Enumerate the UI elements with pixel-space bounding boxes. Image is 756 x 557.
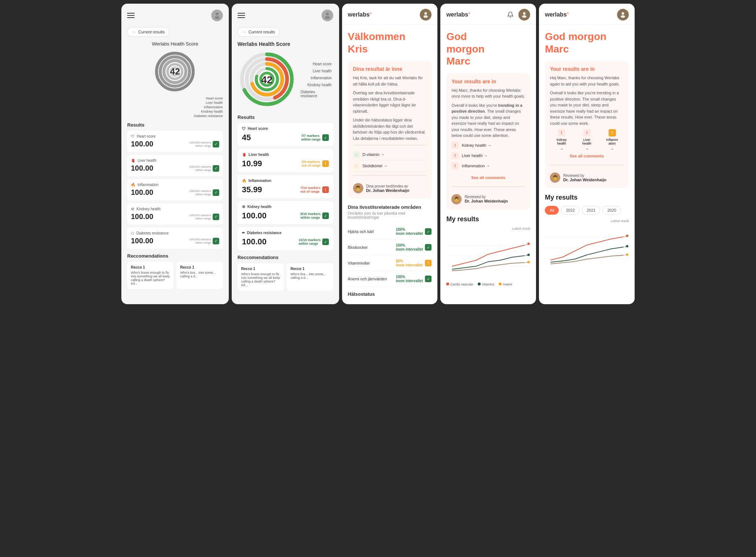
svg-point-37 — [622, 12, 624, 15]
tab-2021[interactable]: 2021 — [582, 206, 600, 215]
kidney-icon-s2: ⚙ — [242, 205, 245, 209]
current-results-btn-s2[interactable]: → Current results — [238, 27, 280, 37]
metric-liver-s1: 🫀 Liver health 100.00 100/100 markerswit… — [127, 155, 223, 176]
screen-3: werlabs® VälkommenKris Dina resultat är … — [342, 4, 438, 304]
warn-inflammation-s5: ! — [609, 129, 616, 136]
check-icon-kidney: ✓ — [213, 214, 219, 220]
recco-card-s2-1: Recco 1 Who's brave enough to fly into s… — [238, 263, 284, 291]
inflammation-icon-s2: 🔥 — [242, 179, 246, 183]
recco-cards-s1: Recco 1 Who's brave enough to fly into s… — [127, 262, 223, 289]
chart-latest-label-s4: Latest result — [446, 227, 530, 230]
svg-point-35 — [528, 254, 530, 256]
result-card-title-s4: Your results are in — [451, 79, 525, 84]
user-avatar-s4[interactable] — [518, 9, 530, 21]
alert-badge-infl-s2: ! — [322, 186, 329, 193]
alert-inflammation[interactable]: ! Inflammation → — [451, 162, 525, 170]
result-card-title-s3: Dina resultat är inne — [353, 66, 427, 72]
check-anemi: ✓ — [425, 276, 432, 282]
screen-1: → Current results Werlabs Health Score 4… — [121, 4, 229, 304]
check-hjarta: ✓ — [425, 228, 432, 235]
user-avatar-s1[interactable] — [211, 10, 223, 21]
svg-point-25 — [424, 15, 428, 18]
recco-card-s2-2: Recco 1 Who's bra... into some... callin… — [287, 263, 333, 291]
screen3-app-header: werlabs® — [342, 4, 438, 25]
liver-icon-s2: 🫀 — [242, 153, 246, 157]
metric-liver-s2: 🫀 Liver health 10.99 2/4 markersout of r… — [238, 149, 333, 172]
my-results-title-s4: My results — [446, 215, 530, 223]
alert-liver-s5: ! — [583, 129, 591, 136]
results-title-s2: Results — [238, 114, 333, 120]
screen-4: werlabs® GodmorgonMarc Your results are … — [440, 4, 536, 304]
welcome-title-s4: GodmorgonMarc — [446, 30, 530, 68]
screen4-content: GodmorgonMarc Your results are in Hej Ma… — [440, 25, 536, 292]
donut-chart-s1: 42 — [127, 50, 223, 94]
chart-area-s5 — [545, 224, 629, 272]
check-badge-heart-s2: ✓ — [322, 134, 329, 141]
user-avatar-s5[interactable] — [617, 9, 629, 21]
welcome-title-s5: God morgonMarc — [545, 30, 629, 55]
result-card-title-s5: Your results are in — [550, 66, 624, 72]
alert-kidney-s5: ! — [558, 129, 565, 136]
results-title-s1: Results — [127, 122, 223, 128]
chart-labels-s1: Heart score Liver health Inflammation Ki… — [127, 97, 223, 118]
chart-latest-label-s5: Latest result — [545, 219, 629, 223]
bell-icon-s4[interactable] — [506, 10, 515, 19]
current-results-btn-s1[interactable]: → Current results — [127, 27, 169, 37]
lifestyle-anemi: Anemi och järnvärden 100%inom intervalle… — [348, 271, 432, 287]
check-icon-diab: ✓ — [213, 238, 219, 244]
metric-diabetes-s1: ⬡ Diabetes resistance 100.00 100/100 mar… — [127, 227, 223, 249]
health-score-title-s1: Werlabs Health Score — [127, 41, 223, 47]
doctor-avatar-s5: 👨 — [550, 172, 560, 183]
health-status-label-s3: Hälsostatus — [348, 291, 432, 297]
liver-icon: 🫀 — [131, 159, 135, 163]
result-link-skoldkortel[interactable]: ! Sköldkörtel → — [353, 160, 427, 172]
user-avatar-s3[interactable] — [420, 9, 432, 21]
reviewed-by-s5: 👨 Reviewed by Dr. Johan Weidenhaijn — [550, 169, 624, 183]
screen1-header — [127, 10, 223, 21]
alert-liver[interactable]: ! Liver health → — [451, 152, 525, 159]
svg-point-1 — [214, 16, 220, 19]
svg-point-24 — [425, 12, 427, 15]
tab-2022[interactable]: 2022 — [561, 206, 579, 215]
screen-2: → Current results Werlabs Health Score — [232, 4, 339, 304]
svg-point-12 — [326, 12, 329, 15]
health-score-title-s2: Werlabs Health Score — [238, 41, 333, 47]
shield-icon: 🛡 — [131, 134, 135, 138]
svg-point-45 — [626, 234, 629, 237]
user-avatar-s2[interactable] — [322, 10, 333, 21]
tabs-row-s5: All 2022 2021 2020 — [545, 206, 629, 215]
recco-title-s2: Reccomendations — [238, 255, 333, 260]
chart-labels-s2: Heart score Liver health Inflammation Ki… — [301, 62, 333, 98]
score-number-s1: 42 — [170, 66, 180, 77]
alert-icon-kidney: ! — [451, 142, 459, 149]
tab-2020[interactable]: 2020 — [602, 206, 621, 215]
svg-point-27 — [522, 15, 526, 18]
hamburger-menu[interactable] — [127, 13, 135, 18]
see-all-comments-s5[interactable]: See all comments — [550, 151, 624, 161]
see-all-comments-s4[interactable]: See all comments — [451, 172, 525, 183]
screen-5: werlabs® God morgonMarc Your results are… — [539, 4, 635, 304]
lifestyle-title-s3: Dina livsstilsrelaterade områden — [348, 204, 432, 210]
metric-kidney-s1: ⚙ Kindney health 100.00 100/100 markersw… — [127, 203, 223, 225]
lifestyle-blodsocker: Blodsocker 100%inom intervallet ✓ — [348, 240, 432, 255]
tab-all[interactable]: All — [545, 206, 559, 215]
lifestyle-subtitle-s3: Områden som du kan påverka med livsstils… — [348, 211, 432, 219]
recco-card-2: Recco 1 Who's bra... into some... callin… — [176, 262, 223, 289]
down-arrow-icon: ↓ — [353, 151, 360, 158]
check-icon-liver: ✓ — [213, 165, 219, 172]
recco-title-s1: Reccomendations — [127, 253, 223, 259]
screen4-app-header: werlabs® — [440, 4, 536, 25]
chart-area-s4 — [446, 232, 530, 280]
svg-point-13 — [325, 16, 330, 19]
donut-chart-s2: 42 Heart score Liver health Inflammation… — [238, 50, 333, 110]
alert-kidney[interactable]: ! Kidney health → — [451, 142, 525, 149]
metric-inflammation-s1: 🔥 Inflammation 100.00 100/100 markerswit… — [127, 179, 223, 200]
hamburger-menu-s2[interactable] — [238, 13, 245, 18]
check-blodsocker: ✓ — [425, 244, 432, 251]
svg-point-26 — [523, 12, 526, 15]
check-icon-infl: ✓ — [213, 189, 219, 196]
result-link-dvitamin[interactable]: ↓ D-vitamin → — [353, 149, 427, 160]
screen5-app-header: werlabs® — [539, 4, 635, 25]
chart-legend-s4: Cardio vascular Vitamins Anemi — [446, 283, 530, 286]
svg-point-0 — [216, 12, 219, 15]
